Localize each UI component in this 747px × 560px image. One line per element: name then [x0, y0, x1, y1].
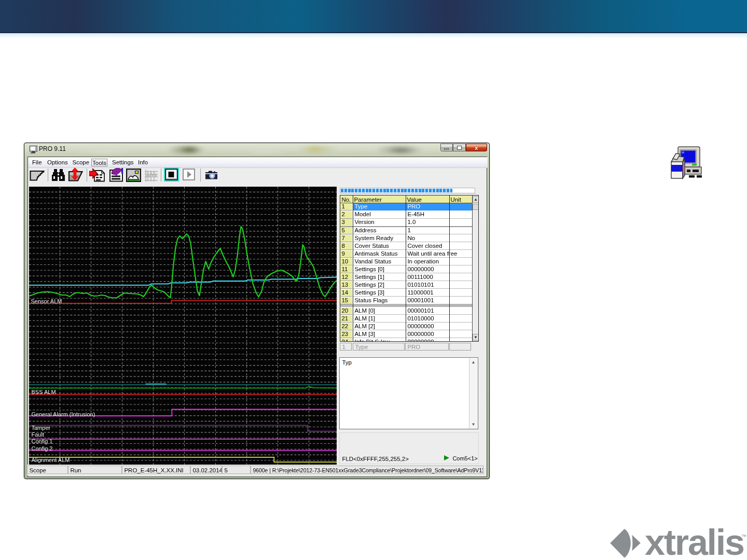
svg-text:Config 1: Config 1 — [31, 438, 52, 444]
svg-text:Sensor ALM: Sensor ALM — [31, 298, 62, 304]
svg-text:Config 2: Config 2 — [31, 445, 52, 452]
svg-text:Tamper: Tamper — [31, 425, 50, 431]
svg-text:Fault: Fault — [31, 431, 44, 438]
svg-text:BSS ALM: BSS ALM — [31, 389, 56, 395]
svg-text:General Alarm (Intrusion): General Alarm (Intrusion) — [31, 411, 95, 417]
svg-text:™: ™ — [741, 534, 746, 539]
svg-text:xtralis: xtralis — [645, 526, 744, 560]
svg-text:Alignment ALM: Alignment ALM — [31, 457, 70, 463]
